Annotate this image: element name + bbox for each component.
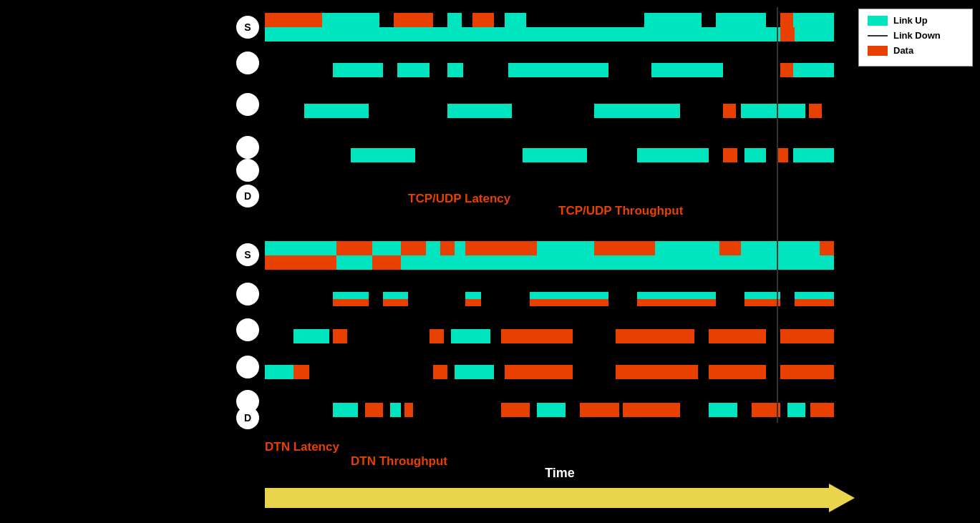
tcpudp-latency-label: TCP/UDP Latency — [408, 192, 510, 206]
seg — [709, 329, 766, 343]
vertical-line — [777, 7, 778, 423]
seg — [265, 13, 322, 27]
time-area: Time — [265, 466, 855, 512]
seg — [383, 292, 408, 299]
seg — [293, 329, 329, 343]
time-label: Time — [265, 466, 855, 481]
dtn-bar-d — [265, 403, 834, 417]
seg — [709, 403, 737, 417]
seg — [397, 63, 430, 77]
seg — [351, 148, 415, 162]
seg — [455, 241, 465, 255]
seg — [304, 104, 369, 118]
bar-1-4 — [265, 148, 834, 162]
seg — [795, 292, 834, 299]
node-s1: S — [236, 16, 259, 39]
seg — [433, 365, 447, 379]
seg — [793, 13, 834, 27]
seg — [333, 292, 369, 299]
seg — [451, 329, 490, 343]
seg — [723, 104, 736, 118]
seg — [537, 241, 594, 255]
seg — [372, 241, 401, 255]
node-d1: D — [236, 185, 259, 207]
dtn-bar-3 — [265, 329, 834, 343]
seg — [744, 148, 766, 162]
legend-label-linkdown: Link Down — [893, 30, 941, 41]
seg — [404, 403, 413, 417]
seg — [537, 403, 566, 417]
seg — [651, 63, 723, 77]
seg — [508, 63, 608, 77]
seg — [293, 365, 309, 379]
bar-1-2 — [265, 63, 834, 77]
node-d2: D — [236, 406, 259, 429]
node-1-2 — [236, 52, 259, 74]
seg — [709, 365, 766, 379]
seg — [793, 148, 834, 162]
legend-item-linkdown: Link Down — [868, 30, 964, 41]
dtn-latency-label: DTN Latency — [265, 440, 339, 454]
node-s2: S — [236, 243, 259, 266]
seg — [580, 403, 619, 417]
legend-color-linkup — [868, 16, 888, 26]
bar-1-3 — [265, 104, 834, 118]
node-1-4 — [236, 136, 259, 159]
seg — [390, 403, 401, 417]
seg — [752, 403, 780, 417]
seg — [322, 13, 379, 27]
seg — [447, 63, 463, 77]
time-arrow — [265, 484, 855, 512]
seg — [741, 241, 820, 255]
arrow-head — [829, 484, 855, 512]
seg — [447, 13, 462, 27]
seg — [265, 27, 834, 41]
dtn-bar-4 — [265, 365, 834, 379]
tcpudp-throughput-label: TCP/UDP Throughput — [558, 204, 683, 218]
seg — [716, 13, 766, 27]
node-2-2 — [236, 283, 259, 306]
seg — [426, 241, 440, 255]
seg — [530, 292, 608, 299]
seg — [793, 63, 834, 77]
seg — [501, 329, 573, 343]
seg — [333, 403, 358, 417]
main-container: Link Up Link Down Data S D — [0, 0, 980, 523]
seg — [810, 403, 834, 417]
seg — [616, 365, 698, 379]
dtn-bar-s-top — [265, 241, 834, 255]
node-2-4 — [236, 356, 259, 378]
legend: Link Up Link Down Data — [858, 9, 973, 67]
seg — [780, 329, 834, 343]
legend-item-linkup: Link Up — [868, 15, 964, 26]
bar-s1-bottom — [265, 27, 834, 41]
seg — [780, 63, 793, 77]
seg — [780, 27, 795, 41]
seg — [501, 403, 530, 417]
seg — [809, 104, 822, 118]
seg — [787, 403, 805, 417]
dtn-bar-s-bottom — [265, 255, 834, 270]
legend-label-data: Data — [893, 45, 913, 56]
seg — [505, 13, 526, 27]
seg — [594, 104, 680, 118]
dtn-bar-2-teal — [265, 292, 834, 299]
seg — [333, 63, 383, 77]
seg — [623, 403, 680, 417]
seg — [637, 292, 716, 299]
legend-color-linkdown — [868, 35, 888, 36]
node-1-3 — [236, 93, 259, 116]
seg — [655, 241, 719, 255]
seg — [741, 104, 805, 118]
bar-s1-top — [265, 13, 834, 27]
arrow-body — [265, 488, 829, 508]
seg — [465, 292, 481, 299]
node-2-3 — [236, 318, 259, 341]
seg — [780, 13, 793, 27]
seg — [472, 13, 494, 27]
seg — [744, 292, 780, 299]
seg — [265, 255, 336, 270]
seg — [455, 365, 494, 379]
seg — [333, 329, 347, 343]
seg — [394, 13, 433, 27]
